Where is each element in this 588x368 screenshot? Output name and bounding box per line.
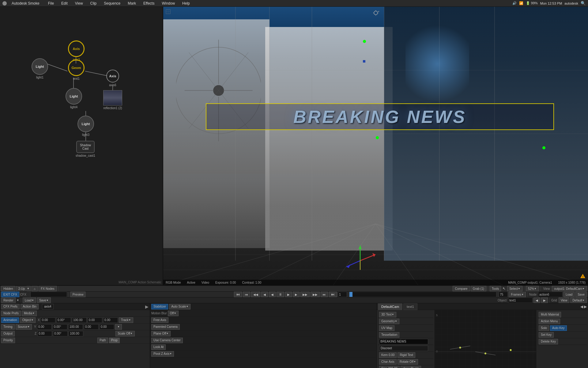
node-prefs-btn[interactable]: Node Prefs: [1, 311, 21, 316]
expand-icon[interactable]: ▶: [145, 304, 149, 309]
menu-window[interactable]: Window: [160, 1, 176, 6]
y-pos-input[interactable]: [37, 324, 52, 330]
thumbnail-reflection[interactable]: [103, 90, 122, 105]
output-mode-btn[interactable]: Output: [1, 331, 15, 336]
transport-prev-mark[interactable]: ⏮: [243, 292, 250, 297]
transport-play-fwd[interactable]: ▶: [293, 292, 300, 297]
menu-clip[interactable]: Clip: [89, 1, 98, 6]
multi-material-btn[interactable]: Multi Material: [539, 312, 561, 317]
menu-edit[interactable]: Edit: [60, 1, 69, 6]
menu-view[interactable]: View: [74, 1, 84, 6]
track-btn[interactable]: Track: [119, 317, 133, 323]
delete-key-btn[interactable]: Delete Key: [539, 339, 558, 344]
search-icon[interactable]: 🔍: [581, 1, 586, 6]
transport-pause[interactable]: ⏸: [277, 292, 284, 297]
node-circle-shadow[interactable]: Shadow Cast: [76, 141, 95, 153]
transport-prev-frame2[interactable]: ◀◀: [251, 292, 260, 297]
output-btn[interactable]: output1: DefaultCam: [552, 286, 587, 291]
z-rot-input[interactable]: [53, 331, 68, 336]
menu-sequence[interactable]: Sequence: [103, 1, 122, 6]
plane-off-btn[interactable]: Plane Off: [151, 331, 171, 336]
auto-scale-btn[interactable]: Auto Scale: [169, 304, 190, 309]
solo-btn[interactable]: Solo: [539, 325, 549, 331]
auto-key-btn[interactable]: Auto Key: [550, 325, 567, 331]
object-next-btn[interactable]: ▶: [541, 297, 548, 303]
media-btn[interactable]: Media: [22, 311, 37, 316]
y-centre-input[interactable]: [100, 324, 114, 330]
transport-end[interactable]: ⏭: [329, 292, 337, 297]
transport-step-back[interactable]: ◀: [261, 292, 268, 297]
look-at-btn[interactable]: Look At: [151, 344, 166, 350]
render-arrow[interactable]: ▼: [17, 299, 19, 302]
resize-handle[interactable]: [166, 9, 171, 15]
size-btn[interactable]: Size 200.00: [379, 366, 400, 368]
x-centre-input[interactable]: [103, 317, 118, 323]
home-btn[interactable]: ⌂: [32, 286, 38, 291]
hidden-btn[interactable]: Hidden: [1, 286, 15, 291]
timing-btn[interactable]: Timing: [1, 324, 15, 330]
transport-play-back[interactable]: ◀: [269, 292, 276, 297]
stabilizer-btn[interactable]: Stabilizer: [151, 304, 168, 309]
parented-cam-btn[interactable]: Parented Camera: [151, 324, 180, 330]
timeline-bar[interactable]: [349, 292, 496, 297]
node-axis1[interactable]: Axis axis3: [68, 40, 85, 61]
compare-btn[interactable]: Compare: [453, 286, 469, 291]
rotate-off-btn[interactable]: [115, 324, 122, 330]
node-load-btn[interactable]: Load: [564, 292, 575, 297]
x-shear-input[interactable]: [88, 317, 102, 323]
use-camera-btn[interactable]: Use Camera Center: [151, 338, 183, 343]
frame-input[interactable]: [338, 292, 347, 297]
grid-view-btn[interactable]: View: [559, 297, 570, 303]
node-geom1[interactable]: Geom text1: [68, 59, 85, 80]
layout-arrow[interactable]: ▼: [27, 287, 30, 290]
y-rot-input[interactable]: [53, 324, 67, 330]
node-circle-axis1[interactable]: Axis: [68, 40, 85, 57]
object-prev-btn[interactable]: ◀: [533, 297, 540, 303]
menu-help[interactable]: Help: [181, 1, 191, 6]
geometry-btn[interactable]: Geometry: [379, 319, 399, 324]
object-mode-btn[interactable]: Object: [20, 317, 36, 323]
zoom-btn[interactable]: 52%: [526, 286, 539, 291]
load-btn[interactable]: Load: [23, 297, 36, 303]
transport-next-frame[interactable]: ▶▶: [311, 292, 320, 297]
tab-text1[interactable]: text1: [403, 303, 417, 310]
z-scale-input[interactable]: [69, 331, 83, 336]
node-circle-geom1[interactable]: Geom: [68, 59, 85, 76]
save-btn2[interactable]: Save: [37, 297, 51, 303]
pivot-z-btn[interactable]: Pivot Z Axis: [151, 351, 174, 357]
node-light3[interactable]: Light light3: [77, 116, 94, 136]
node-light2[interactable]: Light light4: [66, 88, 82, 109]
z-pos-input[interactable]: [37, 331, 52, 336]
menu-file[interactable]: File: [47, 1, 55, 6]
menu-effects[interactable]: Effects: [142, 1, 156, 6]
transport-play[interactable]: ▶: [285, 292, 292, 297]
object-value-input[interactable]: [508, 297, 533, 303]
action-bin-btn[interactable]: Action Bin: [21, 304, 39, 309]
charaxis-btn[interactable]: Char Axis: [379, 359, 397, 365]
node-light1[interactable]: Light light1: [32, 58, 48, 79]
action-menu-btn[interactable]: Action Menu: [539, 319, 560, 324]
node-shadow[interactable]: Shadow Cast shadow_cast1: [76, 141, 95, 157]
frame-end-input[interactable]: [499, 292, 508, 297]
prop-btn[interactable]: Prop: [109, 338, 120, 343]
source-mode-btn[interactable]: Source: [16, 324, 32, 330]
transport-step-fwd[interactable]: ▶▶: [300, 292, 310, 297]
x-scale-input[interactable]: [72, 317, 87, 323]
x-pos-input[interactable]: [41, 317, 55, 323]
y-shear-input[interactable]: [84, 324, 99, 330]
path-btn[interactable]: Path: [97, 338, 108, 343]
exit-cfx-btn[interactable]: EXIT CFX: [1, 292, 19, 297]
transport-next-mark[interactable]: ⏭: [321, 292, 328, 297]
grid-default-btn[interactable]: Default: [570, 297, 587, 303]
node-circle-light2[interactable]: Light: [66, 88, 82, 105]
grab-btn[interactable]: Grab (1): [471, 286, 486, 291]
node-save-btn[interactable]: Save: [575, 292, 587, 297]
node-circle-light3[interactable]: Light: [77, 116, 94, 132]
uvmap-btn[interactable]: UV Map: [379, 325, 394, 331]
show-pivots-btn[interactable]: show Pivots: [401, 366, 421, 368]
scale-off-btn[interactable]: Scale Off: [115, 331, 135, 336]
priority-btn[interactable]: Priority: [1, 338, 15, 343]
preview-btn[interactable]: Preview: [70, 292, 86, 297]
menu-mark[interactable]: Mark: [126, 1, 137, 6]
render-btn[interactable]: Render: [1, 297, 16, 303]
